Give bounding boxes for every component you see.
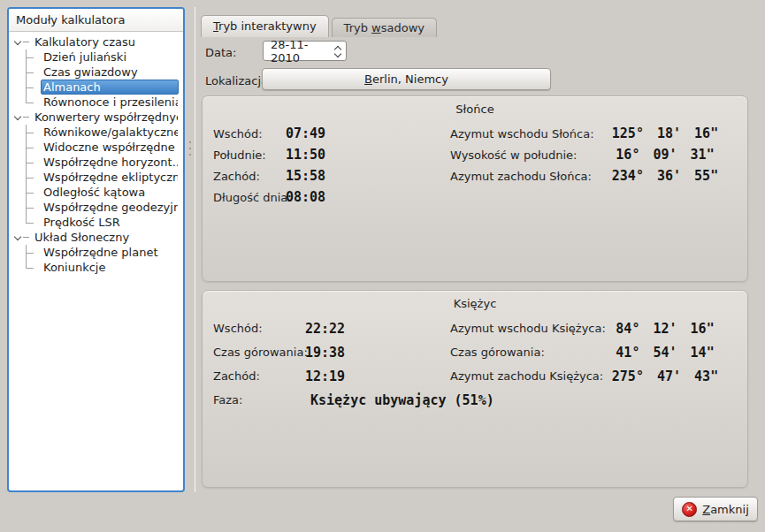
tree-item[interactable]: Widoczne współrzędne xyxy=(9,140,183,155)
splitter-grip-dot xyxy=(189,154,191,156)
moon-azimuth-row: Azymut zachodu Księżyca: 275° 47' 43" xyxy=(450,364,728,388)
sun-azimuth-value: 16° 09' 31" xyxy=(602,147,728,163)
tree-item[interactable]: Układ Słoneczny xyxy=(9,230,183,245)
sun-azimuth-column: Azymut wschodu Słońca: 125° 18' 16" Wyso… xyxy=(450,123,728,186)
tree-item[interactable]: Dzień juliański xyxy=(9,49,183,65)
calculator-modules-panel: Moduły kalkulatora Kalkulatory czasu Dzi… xyxy=(7,7,185,492)
button-label-part: erlin, Niemcy xyxy=(372,72,448,86)
tree-connector-line xyxy=(21,80,41,95)
tree-connector-line xyxy=(21,170,41,185)
tree-connector-line xyxy=(21,260,41,275)
close-button[interactable]: ✕ Zamknij xyxy=(673,497,758,521)
date-value[interactable]: 28-11-2010 xyxy=(264,38,330,65)
tab-interactive-mode[interactable]: Tryb interaktywny xyxy=(201,15,329,37)
sun-time-row: Wschód: 07:49 xyxy=(213,123,325,144)
tree-item-label: Współrzędne horyzont... xyxy=(41,155,179,170)
chevron-down-icon[interactable] xyxy=(13,38,22,47)
tree-branch-dash xyxy=(23,42,29,42)
almanac-calculator-window: { "sidebar": { "header": "Moduły kalkula… xyxy=(0,0,765,532)
tree-item[interactable]: Almanach xyxy=(9,80,183,95)
tree-item[interactable]: Równikowe/galaktyczne xyxy=(9,125,183,140)
moon-azimuth-value: 41° 54' 14" xyxy=(602,345,728,361)
sun-azimuth-value: 234° 36' 55" xyxy=(602,168,728,184)
tab-label-part: Tryb xyxy=(344,21,371,34)
splitter-grip-dot xyxy=(189,148,191,149)
tree-item-label: Dzień juliański xyxy=(41,49,179,65)
sun-time-label: Zachód: xyxy=(213,170,286,183)
sun-azimuth-value: 125° 18' 16" xyxy=(602,125,728,141)
moon-groupbox-title: Księżyc xyxy=(203,297,747,310)
sun-times-column: Wschód: 07:49 Południe: 11:50 Zachód: 15… xyxy=(213,123,325,208)
sun-time-label: Długość dnia: xyxy=(213,191,286,204)
tree-item[interactable]: Czas gwiazdowy xyxy=(9,65,183,80)
tree-item[interactable]: Współrzędne planet xyxy=(9,245,183,260)
tree-item[interactable]: Współrzędne ekliptyczne xyxy=(9,170,183,185)
tab-label-part: sadowy xyxy=(381,21,425,34)
spin-down-icon[interactable] xyxy=(335,52,340,57)
chevron-down-icon[interactable] xyxy=(13,113,22,122)
moon-time-label: Zachód: xyxy=(213,369,305,383)
tree-item-label: Koniunkcje xyxy=(41,260,179,275)
sun-time-row: Zachód: 15:58 xyxy=(213,165,325,186)
tree-item-label: Almanach xyxy=(41,80,179,95)
tree-header: Moduły kalkulatora xyxy=(9,9,183,32)
tree-item-label: Odległość kątowa xyxy=(41,185,179,200)
sun-azimuth-label: Wysokość w południe: xyxy=(450,148,602,162)
sun-time-value: 11:50 xyxy=(286,147,325,163)
tree-item-label: Równonoce i przesilenia xyxy=(41,95,179,110)
tree-item-label: Widoczne współrzędne xyxy=(41,140,179,155)
location-button[interactable]: Berlin, Niemcy xyxy=(262,68,551,90)
tree-connector-line xyxy=(21,95,41,110)
moon-azimuth-column: Azymut wschodu Księżyca: 84° 12' 16" Cza… xyxy=(450,316,728,388)
sun-time-label: Południe: xyxy=(213,148,286,162)
spin-up-icon[interactable] xyxy=(335,45,340,50)
tree-item[interactable]: Równonoce i przesilenia xyxy=(9,95,183,110)
tree-connector-line xyxy=(21,140,41,155)
sun-time-row: Południe: 11:50 xyxy=(213,144,325,165)
splitter-grip-dot xyxy=(189,141,191,143)
sun-time-label: Wschód: xyxy=(213,127,286,141)
tree-item[interactable]: Prędkość LSR xyxy=(9,215,183,230)
panel-splitter[interactable] xyxy=(187,7,195,492)
sun-groupbox: Słońce Wschód: 07:49 Południe: 11:50 Zac… xyxy=(202,95,748,282)
tree-branch-dash xyxy=(23,117,29,118)
moon-azimuth-row: Azymut wschodu Księżyca: 84° 12' 16" xyxy=(450,316,728,340)
tree-connector-line xyxy=(21,245,41,260)
tree-connector-line xyxy=(21,215,41,230)
chevron-down-icon[interactable] xyxy=(13,233,22,242)
tree-item-label: Współrzędne geodezyjne xyxy=(41,200,179,215)
sun-time-value: 08:08 xyxy=(286,189,325,205)
moon-azimuth-label: Czas górowania: xyxy=(450,346,602,359)
tree-connector-line xyxy=(21,200,41,215)
close-icon: ✕ xyxy=(682,502,697,517)
moon-phase-row: Faza: Księżyc ubywający (51%) xyxy=(213,388,494,412)
calculator-modules-tree: Kalkulatory czasu Dzień juliański Czas g… xyxy=(9,32,183,275)
tree-connector-line xyxy=(21,125,41,140)
date-spin-buttons[interactable] xyxy=(330,42,346,60)
tree-item[interactable]: Kalkulatory czasu xyxy=(9,34,183,49)
date-spinbox[interactable]: 28-11-2010 xyxy=(263,41,347,61)
sun-time-row: Długość dnia: 08:08 xyxy=(213,186,325,208)
tree-item[interactable]: Konwertery współrzędnych xyxy=(9,110,183,125)
sun-azimuth-label: Azymut wschodu Słońca: xyxy=(450,127,602,141)
tree-item[interactable]: Odległość kątowa xyxy=(9,185,183,200)
tree-connector-line xyxy=(21,65,41,80)
sun-time-value: 15:58 xyxy=(286,168,325,184)
tab-batch-mode[interactable]: Tryb wsadowy xyxy=(332,18,437,37)
button-label-accesskey: B xyxy=(364,72,372,86)
moon-time-value: 12:19 xyxy=(305,369,345,384)
moon-phase-value: Księżyc ubywający (51%) xyxy=(310,392,494,408)
moon-azimuth-row: Czas górowania: 41° 54' 14" xyxy=(450,340,728,364)
sun-azimuth-row: Azymut zachodu Słońca: 234° 36' 55" xyxy=(450,165,728,186)
tab-label-part: ryb interaktywny xyxy=(218,19,317,33)
sun-azimuth-row: Azymut wschodu Słońca: 125° 18' 16" xyxy=(450,123,728,144)
tree-item-label: Czas gwiazdowy xyxy=(41,65,179,80)
tree-item[interactable]: Współrzędne geodezyjne xyxy=(9,200,183,215)
tree-item[interactable]: Współrzędne horyzont... xyxy=(9,155,183,170)
moon-groupbox: Księżyc Wschód: 22:22 Czas górowania: 19… xyxy=(202,290,748,488)
tree-item[interactable]: Koniunkcje xyxy=(9,260,183,275)
moon-azimuth-value: 275° 47' 43" xyxy=(602,369,728,384)
tree-connector-line xyxy=(21,185,41,200)
tree-item-label: Kalkulatory czasu xyxy=(32,34,179,49)
tree-item-label: Współrzędne planet xyxy=(41,245,179,260)
